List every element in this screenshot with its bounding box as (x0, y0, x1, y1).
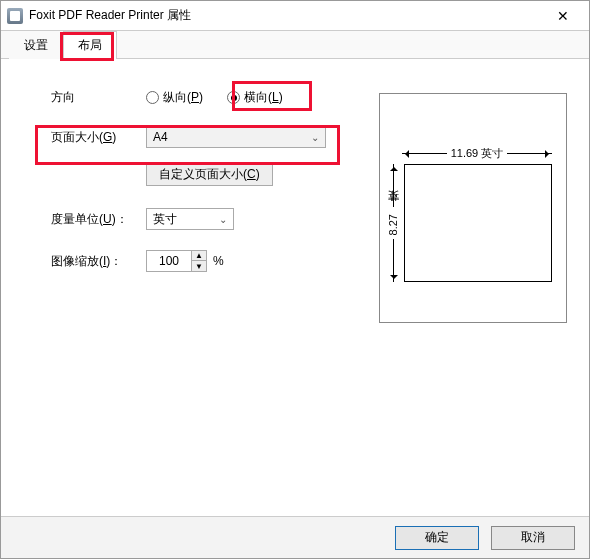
spinner-up-icon[interactable]: ▲ (192, 251, 206, 261)
orientation-portrait-radio[interactable]: 纵向(P) (146, 89, 203, 106)
title-bar: Foxit PDF Reader Printer 属性 ✕ (1, 1, 589, 31)
spinner-down-icon[interactable]: ▼ (192, 261, 206, 271)
orientation-label: 方向 (51, 89, 146, 106)
orientation-landscape-radio[interactable]: 横向(L) (227, 89, 283, 106)
ok-button[interactable]: 确定 (395, 526, 479, 550)
page-size-select[interactable]: A4 ⌄ (146, 126, 326, 148)
unit-select[interactable]: 英寸 ⌄ (146, 208, 234, 230)
app-icon (7, 8, 23, 24)
dialog-footer: 确定 取消 (1, 516, 589, 558)
scale-input[interactable] (146, 250, 192, 272)
page-size-row: 页面大小(G) A4 ⌄ (51, 126, 369, 148)
scale-spinner[interactable]: ▲ ▼ (146, 250, 207, 272)
scale-label: 图像缩放(I)： (51, 253, 146, 270)
unit-value: 英寸 (153, 211, 177, 228)
tab-bar: 设置 布局 (1, 31, 589, 59)
tab-layout[interactable]: 布局 (63, 31, 117, 59)
preview-height-dimension: 8.27 英寸 (386, 164, 400, 282)
unit-label: 度量单位(U)： (51, 211, 146, 228)
tab-settings[interactable]: 设置 (9, 31, 63, 59)
percent-label: % (213, 254, 224, 268)
cancel-button[interactable]: 取消 (491, 526, 575, 550)
unit-row: 度量单位(U)： 英寸 ⌄ (51, 208, 369, 230)
preview-page-rect (404, 164, 552, 282)
radio-icon (227, 91, 240, 104)
orientation-row: 方向 纵向(P) 横向(L) (51, 89, 369, 106)
page-preview: 11.69 英寸 8.27 英寸 (379, 93, 567, 323)
page-size-value: A4 (153, 130, 168, 144)
chevron-down-icon: ⌄ (219, 214, 227, 225)
chevron-down-icon: ⌄ (311, 132, 319, 143)
preview-width-dimension: 11.69 英寸 (402, 146, 552, 160)
scale-row: 图像缩放(I)： ▲ ▼ % (51, 250, 369, 272)
page-size-label: 页面大小(G) (51, 129, 146, 146)
radio-icon (146, 91, 159, 104)
custom-page-size-button[interactable]: 自定义页面大小(C) (146, 162, 273, 186)
window-title: Foxit PDF Reader Printer 属性 (29, 7, 543, 24)
close-button[interactable]: ✕ (543, 1, 583, 31)
